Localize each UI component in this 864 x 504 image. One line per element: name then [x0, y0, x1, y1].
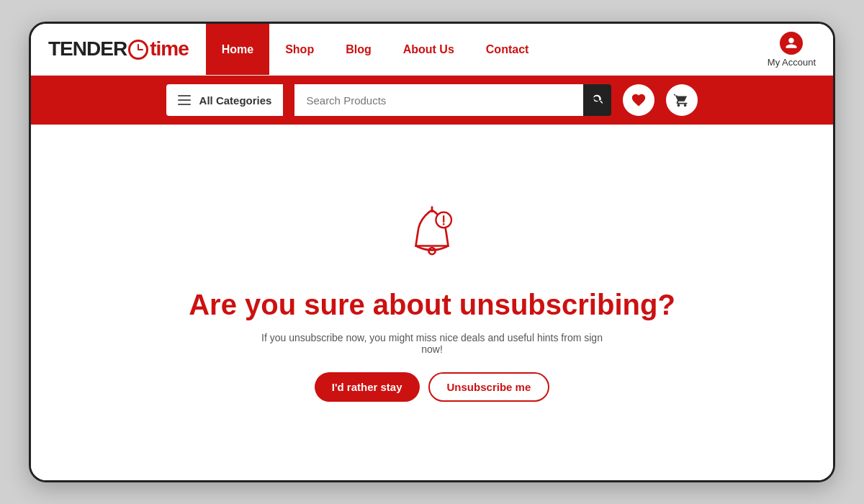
- nav-item-shop[interactable]: Shop: [269, 24, 330, 75]
- account-icon: [780, 32, 803, 55]
- bell-icon-wrap: [400, 204, 464, 271]
- bell-alert-icon: [400, 204, 464, 269]
- unsubscribe-button[interactable]: Unsubscribe me: [428, 372, 550, 402]
- logo-text-time: time: [150, 37, 189, 60]
- nav-item-blog[interactable]: Blog: [330, 24, 387, 75]
- main-subtext: If you unsubscribe now, you might miss n…: [252, 332, 612, 355]
- main-nav: Home Shop Blog About Us Contact: [206, 24, 750, 75]
- device-frame: TENDERtime Home Shop Blog About Us Conta…: [29, 22, 835, 482]
- search-icon: [591, 94, 604, 107]
- logo[interactable]: TENDERtime: [48, 39, 189, 60]
- svg-point-4: [443, 223, 445, 225]
- search-bar: All Categories: [31, 76, 833, 125]
- nav-item-home[interactable]: Home: [206, 24, 269, 75]
- search-input-wrap: [294, 84, 611, 116]
- account-label: My Account: [768, 57, 816, 68]
- logo-text-tender: TENDER: [48, 37, 127, 60]
- cart-button[interactable]: [666, 84, 698, 116]
- my-account-button[interactable]: My Account: [750, 24, 833, 75]
- user-icon: [785, 37, 798, 50]
- nav-item-contact[interactable]: Contact: [470, 24, 545, 75]
- categories-button[interactable]: All Categories: [166, 84, 284, 116]
- action-buttons: I'd rather stay Unsubscribe me: [315, 372, 550, 402]
- main-heading: Are you sure about unsubscribing?: [189, 289, 675, 320]
- search-button[interactable]: [583, 84, 612, 116]
- hamburger-icon: [178, 95, 191, 105]
- top-nav: TENDERtime Home Shop Blog About Us Conta…: [31, 24, 833, 76]
- logo-clock-icon: [128, 40, 148, 60]
- nav-item-about[interactable]: About Us: [387, 24, 470, 75]
- cart-icon: [674, 92, 690, 108]
- wishlist-button[interactable]: [623, 84, 654, 116]
- main-content: Are you sure about unsubscribing? If you…: [31, 125, 833, 480]
- logo-area: TENDERtime: [31, 24, 206, 75]
- search-input[interactable]: [294, 84, 582, 116]
- categories-label: All Categories: [199, 94, 272, 107]
- stay-button[interactable]: I'd rather stay: [315, 372, 420, 402]
- heart-icon: [631, 92, 647, 108]
